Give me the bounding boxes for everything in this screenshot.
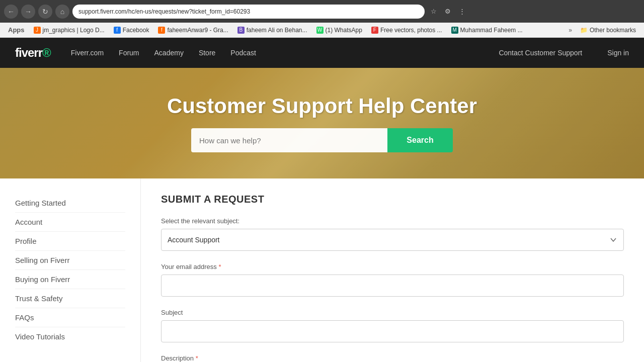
nav-link-academy[interactable]: Academy <box>154 49 184 57</box>
nav-link-fiverr[interactable]: Fiverr.com <box>71 49 104 57</box>
top-nav: fiverr® Fiverr.com Forum Academy Store P… <box>0 38 644 68</box>
description-group: Description * <box>161 354 624 362</box>
bookmark-favicon: B <box>237 27 245 34</box>
subject-select[interactable]: Account Support Profile Support Selling … <box>161 229 624 251</box>
content-area: Getting Started Account Profile Selling … <box>0 178 644 362</box>
bookmark-whatsapp[interactable]: W (1) WhatsApp <box>312 26 366 35</box>
form-title: SUBMIT A REQUEST <box>161 194 624 205</box>
home-button[interactable]: ⌂ <box>55 5 69 19</box>
star-icon[interactable]: ☆ <box>428 6 440 18</box>
email-input[interactable] <box>161 275 624 297</box>
bookmark-facebook[interactable]: f Facebook <box>110 26 153 35</box>
bookmark-favicon: M <box>451 27 458 34</box>
bookmark-favicon: W <box>316 27 324 34</box>
bookmark-whatsapp-label: (1) WhatsApp <box>326 27 362 34</box>
forward-button[interactable]: → <box>21 5 35 19</box>
main-content: SUBMIT A REQUEST Select the relevant sub… <box>141 178 644 362</box>
bookmark-favicon: f <box>114 27 121 34</box>
hero-search-bar: Search <box>191 128 453 152</box>
signin-link[interactable]: Sign in <box>607 49 629 57</box>
search-input[interactable] <box>191 128 387 152</box>
page: fiverr® Fiverr.com Forum Academy Store P… <box>0 38 644 362</box>
sidebar: Getting Started Account Profile Selling … <box>0 178 141 362</box>
url-bar[interactable]: support.fiverr.com/hc/en-us/requests/new… <box>72 5 425 19</box>
bookmark-favicon: J <box>34 27 41 34</box>
email-label: Your email address * <box>161 263 624 270</box>
description-label: Description * <box>161 354 624 362</box>
sidebar-item-trust-safety[interactable]: Trust & Safety <box>15 289 125 308</box>
apps-label[interactable]: Apps <box>4 25 29 35</box>
sidebar-item-buying[interactable]: Buying on Fiverr <box>15 270 125 289</box>
nav-link-store[interactable]: Store <box>199 49 215 57</box>
extensions-icon[interactable]: ⚙ <box>442 6 454 18</box>
refresh-button[interactable]: ↻ <box>38 5 52 19</box>
bookmark-faheem-ali[interactable]: B faheem Ali on Behan... <box>233 26 311 35</box>
hero-overlay <box>0 68 644 178</box>
bookmarks-bar: Apps J jm_graphics | Logo D... f Faceboo… <box>0 23 644 38</box>
bookmark-faheem-anwar[interactable]: f faheemAnwar9 - Gra... <box>154 26 232 35</box>
other-bookmarks[interactable]: 📁 Other bookmarks <box>576 26 640 35</box>
hero-title: Customer Support Help Center <box>167 94 477 118</box>
nav-link-forum[interactable]: Forum <box>119 49 139 57</box>
sidebar-item-video-tutorials[interactable]: Video Tutorials <box>15 327 125 346</box>
bookmark-jm-graphics[interactable]: J jm_graphics | Logo D... <box>30 26 109 35</box>
logo-dot: ® <box>42 46 51 59</box>
url-text: support.fiverr.com/hc/en-us/requests/new… <box>78 8 250 15</box>
search-button[interactable]: Search <box>387 128 453 152</box>
subject-field-input[interactable] <box>161 320 624 342</box>
sidebar-item-selling[interactable]: Selling on Fiverr <box>15 251 125 270</box>
subject-field-label: Subject <box>161 309 624 316</box>
sidebar-item-faqs[interactable]: FAQs <box>15 308 125 327</box>
fiverr-logo[interactable]: fiverr® <box>15 46 51 60</box>
back-button[interactable]: ← <box>4 5 18 19</box>
nav-link-podcast[interactable]: Podcast <box>230 49 256 57</box>
folder-icon: 📁 <box>580 27 588 34</box>
bookmark-favicon: f <box>158 27 165 34</box>
menu-icon[interactable]: ⋮ <box>456 6 468 18</box>
email-group: Your email address * <box>161 263 624 307</box>
bookmark-muhammad-faheem[interactable]: M Muhammad Faheem ... <box>447 26 527 35</box>
bookmark-free-vectors[interactable]: F Free vectors, photos ... <box>367 26 446 35</box>
browser-action-icons: ☆ ⚙ ⋮ <box>428 6 468 18</box>
hero-section: Customer Support Help Center Search <box>0 68 644 178</box>
sidebar-item-getting-started[interactable]: Getting Started <box>15 194 125 213</box>
sidebar-item-account[interactable]: Account <box>15 213 125 232</box>
description-required-star: * <box>196 354 198 362</box>
subject-select-group: Select the relevant subject: Account Sup… <box>161 217 624 261</box>
bookmark-favicon: F <box>371 27 378 34</box>
bookmarks-expand-icon[interactable]: » <box>566 26 575 35</box>
browser-chrome: ← → ↻ ⌂ support.fiverr.com/hc/en-us/requ… <box>0 0 644 23</box>
subject-select-label: Select the relevant subject: <box>161 217 624 225</box>
sidebar-item-profile[interactable]: Profile <box>15 232 125 251</box>
email-required-star: * <box>218 263 221 270</box>
contact-support-link[interactable]: Contact Customer Support <box>499 49 582 57</box>
subject-field-group: Subject <box>161 309 624 352</box>
other-bookmarks-label: Other bookmarks <box>590 27 636 34</box>
